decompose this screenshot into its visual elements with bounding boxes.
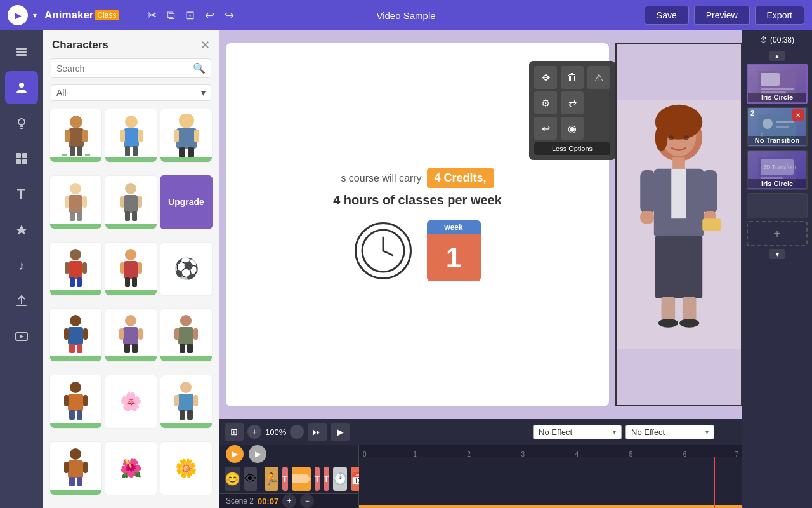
svg-rect-110: [640, 211, 654, 224]
svg-rect-1: [16, 51, 27, 53]
timeline-char-frame[interactable]: 🏃: [265, 467, 278, 491]
svg-rect-94: [77, 477, 82, 486]
copy-button[interactable]: ⧉: [164, 6, 178, 25]
character-item-7[interactable]: [49, 242, 102, 296]
svg-rect-9: [16, 159, 21, 164]
character-item-14[interactable]: 🌸: [105, 375, 157, 429]
svg-rect-105: [672, 157, 685, 170]
timeline-eye-icon[interactable]: 👁: [244, 467, 257, 491]
zoom-level: 100%: [265, 427, 286, 437]
cut-button[interactable]: ✂: [145, 6, 159, 25]
step-forward-button[interactable]: ⏭: [308, 423, 327, 441]
undo-button[interactable]: ↩: [202, 6, 217, 25]
svg-rect-37: [65, 196, 69, 208]
svg-rect-32: [194, 130, 199, 142]
svg-rect-24: [124, 128, 139, 147]
effect2-dropdown[interactable]: No Effect ▾: [625, 425, 714, 439]
ctx-less-options-label[interactable]: Less Options: [534, 142, 610, 155]
ctx-warning-button[interactable]: ⚠: [587, 66, 610, 89]
character-item-10[interactable]: [49, 308, 102, 362]
timeline-char-icon[interactable]: 😊: [225, 467, 240, 491]
sidebar-item-layers[interactable]: [5, 36, 38, 69]
svg-point-77: [70, 382, 81, 393]
svg-point-103: [669, 135, 674, 140]
character-overlay[interactable]: [615, 43, 742, 406]
svg-rect-69: [124, 344, 130, 353]
character-item-12[interactable]: [160, 308, 213, 362]
ctx-move-button[interactable]: ✥: [534, 66, 557, 89]
character-item-9[interactable]: ⚽: [160, 242, 213, 296]
sidebar-item-music[interactable]: ♪: [5, 249, 38, 282]
search-input[interactable]: [56, 64, 193, 74]
ctx-delete-button[interactable]: 🗑: [561, 66, 584, 89]
timeline-playhead[interactable]: [714, 457, 715, 508]
slide-thumb-1[interactable]: Iris Circle: [747, 64, 808, 104]
timeline-play-button[interactable]: ▶: [226, 445, 244, 463]
preview-button[interactable]: Preview: [694, 6, 750, 25]
timeline-text-T3[interactable]: T: [324, 467, 329, 491]
character-item-8[interactable]: [105, 242, 157, 296]
ctx-settings-button[interactable]: ⚙: [534, 91, 557, 114]
svg-rect-44: [138, 196, 142, 208]
sidebar-item-bulb[interactable]: [5, 107, 38, 140]
sidebar-item-upload[interactable]: [5, 284, 38, 318]
character-item-3[interactable]: [160, 109, 213, 163]
slide-empty-slot: [747, 193, 808, 218]
paste-button[interactable]: ⊡: [183, 6, 197, 25]
character-item-2[interactable]: [105, 109, 157, 163]
add-scene-button[interactable]: +: [282, 494, 296, 508]
svg-rect-34: [188, 147, 194, 157]
character-item-13[interactable]: [49, 375, 102, 429]
character-item-4[interactable]: [49, 175, 102, 229]
svg-marker-14: [20, 335, 24, 338]
play-timeline-button[interactable]: ▶: [331, 423, 350, 441]
slide-thumb-2[interactable]: 2 2 ✕ No Transition: [747, 107, 808, 147]
svg-marker-11: [16, 225, 27, 235]
svg-rect-92: [83, 462, 88, 473]
save-button[interactable]: Save: [645, 6, 689, 25]
timeline-play2-button[interactable]: ▶: [249, 445, 266, 463]
effect2-arrow: ▾: [705, 429, 709, 436]
filter-dropdown[interactable]: All ▾: [51, 84, 211, 101]
dropdown-arrow[interactable]: ▾: [33, 11, 37, 20]
ctx-undo-button[interactable]: ↩: [534, 117, 557, 140]
slides-down-button[interactable]: ▾: [769, 249, 785, 259]
svg-rect-7: [16, 153, 21, 158]
grid-view-button[interactable]: ⊞: [225, 423, 244, 441]
character-item-16[interactable]: [49, 441, 102, 495]
character-item-17[interactable]: 🌺: [105, 441, 157, 495]
svg-rect-40: [77, 211, 82, 221]
sidebar-item-animations[interactable]: [5, 213, 38, 246]
character-item-15[interactable]: [160, 375, 213, 429]
character-item-11[interactable]: [105, 308, 157, 362]
sidebar-item-text[interactable]: T: [5, 178, 38, 211]
timeline-banner-frame[interactable]: [292, 467, 311, 491]
character-item-5[interactable]: [105, 175, 157, 229]
credits-badge: 4 Credits,: [427, 168, 494, 188]
add-slide-button[interactable]: +: [747, 221, 808, 246]
sidebar-item-shapes[interactable]: [5, 142, 38, 175]
slides-up-button[interactable]: ▲: [769, 51, 785, 61]
export-button[interactable]: Export: [755, 6, 804, 25]
redo-button[interactable]: ↪: [222, 6, 237, 25]
character-item-18[interactable]: 🌼: [160, 441, 213, 495]
zoom-out-button[interactable]: −: [290, 425, 304, 439]
timeline-text-T2[interactable]: T: [315, 467, 320, 491]
svg-rect-84: [178, 394, 193, 411]
play-button[interactable]: ▶: [8, 5, 28, 25]
sidebar-item-scene[interactable]: [5, 320, 38, 353]
character-item-1[interactable]: [49, 109, 102, 163]
slide-thumb-3[interactable]: 3D Transform Iris Circle: [747, 150, 808, 190]
ctx-flip-button[interactable]: ⇄: [561, 91, 584, 114]
ctx-record-button[interactable]: ◉: [561, 117, 584, 140]
svg-rect-33: [179, 147, 185, 157]
svg-rect-67: [119, 328, 124, 340]
panel-close-button[interactable]: ✕: [200, 38, 210, 52]
timeline-text-T1[interactable]: T: [282, 467, 288, 491]
upgrade-item[interactable]: Upgrade: [160, 175, 213, 229]
effect1-dropdown[interactable]: No Effect ▾: [533, 425, 622, 439]
zoom-in-button[interactable]: +: [247, 425, 261, 439]
sidebar-item-characters[interactable]: [5, 71, 38, 104]
remove-scene-button[interactable]: −: [300, 494, 314, 508]
timeline-clock-frame[interactable]: 🕐: [333, 467, 347, 491]
